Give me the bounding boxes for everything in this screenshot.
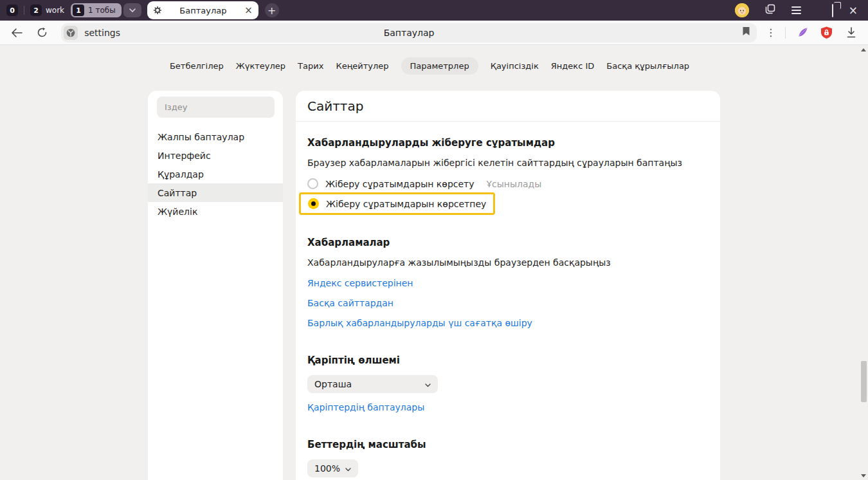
section-heading: Беттердің масштабы [307, 439, 709, 450]
browser-window: 0 2 work 1 1 тобы Баптаулар × + [0, 0, 868, 480]
scrollbar-thumb[interactable] [861, 361, 867, 402]
tab-group-toby-active[interactable]: 1 1 тобы [71, 3, 122, 17]
section-heading: Хабарламалар [307, 237, 709, 248]
site-favicon [64, 26, 78, 40]
url-text: settings [84, 28, 120, 38]
nav-tab-downloads[interactable]: Жүктеулер [236, 57, 285, 75]
section-page-scale: Беттердің масштабы 100% Сайттың баптаула… [307, 439, 709, 480]
toolbar-actions: ⋮ [766, 25, 859, 41]
nav-tab-extensions[interactable]: Кеңейтулер [336, 57, 388, 75]
font-size-select[interactable]: Орташа [307, 375, 438, 393]
restore-button[interactable] [832, 5, 833, 17]
scroll-down-arrow-icon[interactable] [861, 474, 866, 477]
settings-page: Бетбелгілер Жүктеулер Тарих Кеңейтулер П… [0, 46, 868, 480]
link-font-settings[interactable]: Қаріптердің баптаулары [307, 402, 424, 412]
settings-content: Сайттар Хабарландыруларды жіберуге сұрат… [296, 91, 720, 480]
recommended-badge: Ұсынылады [487, 179, 542, 189]
page-scale-select[interactable]: 100% [307, 459, 358, 477]
tab-group-label: work [46, 6, 64, 15]
address-bar[interactable]: settings Баптаулар [61, 23, 757, 42]
radio-option-hide-requests[interactable]: Жіберу сұратымдарын көрсетпеу [308, 198, 486, 209]
active-tab-settings[interactable]: Баптаулар × [147, 1, 258, 19]
side-panel-icon[interactable] [764, 3, 776, 17]
sidebar-item-general[interactable]: Жалпы баптаулар [148, 127, 283, 146]
download-icon[interactable] [844, 25, 859, 41]
page-title: Сайттар [296, 91, 720, 122]
sidebar-item-tools[interactable]: Құралдар [148, 165, 283, 183]
annotation-highlight-box: Жіберу сұратымдарын көрсетпеу [299, 192, 495, 215]
toolbar-divider [785, 27, 786, 39]
tab-group-label: 1 тобы [88, 6, 116, 15]
new-tab-button[interactable]: + [265, 3, 279, 17]
back-button[interactable] [9, 25, 24, 41]
tab-group-badge-toby: 1 [73, 5, 84, 16]
nav-tab-settings[interactable]: Параметрлер [401, 57, 478, 75]
address-toolbar: settings Баптаулар ⋮ [0, 21, 868, 45]
omnibox-page-title: Баптаулар [61, 28, 757, 38]
link-other-sites[interactable]: Басқа сайттардан [307, 298, 393, 308]
radio-option-show-requests[interactable]: Жіберу сұратымдарын көрсету Ұсынылады [307, 178, 709, 189]
section-heading: Қаріптің өлшемі [307, 355, 709, 366]
radio-label: Жіберу сұратымдарын көрсету [325, 179, 475, 189]
reload-button[interactable] [35, 25, 50, 41]
page-scrollbar[interactable] [859, 46, 868, 480]
omnibox-menu-icon[interactable]: ⋮ [766, 26, 776, 39]
search-input[interactable] [157, 97, 275, 118]
tab-group-badge-0[interactable]: 0 [6, 5, 18, 16]
section-description: Хабарландыруларға жазылымыңызды браузерд… [307, 257, 709, 268]
radio-unselected-icon[interactable] [307, 178, 318, 189]
section-notification-requests: Хабарландыруларды жіберуге сұратымдар Бр… [307, 137, 709, 215]
tab-group-chevron-button[interactable] [123, 3, 141, 17]
tab-group-divider [24, 6, 24, 15]
shield-lock-icon[interactable] [819, 25, 835, 41]
select-value: Орташа [314, 379, 352, 389]
link-mute-all-three-hours[interactable]: Барлық хабарландыруларды үш сағатқа өшір… [307, 318, 532, 328]
window-close-button[interactable]: × [849, 5, 858, 16]
window-controls: × [735, 3, 858, 17]
bookmark-icon[interactable] [742, 26, 750, 39]
settings-sidebar: Жалпы баптаулар Интерфейс Құралдар Сайтт… [148, 91, 283, 480]
nav-tab-history[interactable]: Тарих [298, 57, 323, 75]
section-font-size: Қаріптің өлшемі Орташа Қаріптердің бапта… [307, 355, 709, 412]
radio-label: Жіберу сұратымдарын көрсетпеу [326, 199, 486, 209]
scroll-up-arrow-icon[interactable] [861, 48, 866, 51]
chevron-down-icon [425, 379, 431, 389]
section-description: Браузер хабарламаларын жібергісі келетін… [307, 157, 709, 169]
radio-selected-icon[interactable] [308, 198, 319, 209]
tab-group-work[interactable]: 2 work [30, 5, 64, 16]
section-heading: Хабарландыруларды жіберуге сұратымдар [307, 137, 709, 149]
chevron-down-icon [345, 463, 351, 474]
tab-title: Баптаулар [162, 6, 244, 15]
nav-tab-bookmarks[interactable]: Бетбелгілер [170, 57, 224, 75]
nav-tab-other-devices[interactable]: Басқа құрылғылар [606, 57, 689, 75]
avatar-face-icon [735, 3, 749, 17]
nav-tab-security[interactable]: Қауіпсіздік [491, 57, 539, 75]
select-value: 100% [314, 463, 340, 474]
tab-group-badge-work: 2 [30, 5, 42, 16]
profile-avatar[interactable] [735, 3, 749, 17]
section-notifications: Хабарламалар Хабарландыруларға жазылымың… [307, 237, 709, 328]
sidebar-item-sites[interactable]: Сайттар [148, 183, 283, 202]
sidebar-item-system[interactable]: Жүйелік [148, 202, 283, 221]
sidebar-item-interface[interactable]: Интерфейс [148, 146, 283, 165]
feather-extension-icon[interactable] [795, 25, 810, 41]
tab-strip: 0 2 work 1 1 тобы Баптаулар × + [0, 0, 868, 21]
nav-tab-yandex-id[interactable]: Яндекс ID [551, 57, 595, 75]
chevron-down-icon [129, 8, 136, 12]
tab-close-icon[interactable]: × [244, 6, 253, 15]
link-yandex-services[interactable]: Яндекс сервистерінен [307, 278, 413, 288]
sidebar-list: Жалпы баптаулар Интерфейс Құралдар Сайтт… [148, 127, 283, 221]
settings-nav: Бетбелгілер Жүктеулер Тарих Кеңейтулер П… [0, 57, 859, 75]
gear-icon [153, 6, 162, 15]
hamburger-menu-icon[interactable] [791, 6, 801, 14]
